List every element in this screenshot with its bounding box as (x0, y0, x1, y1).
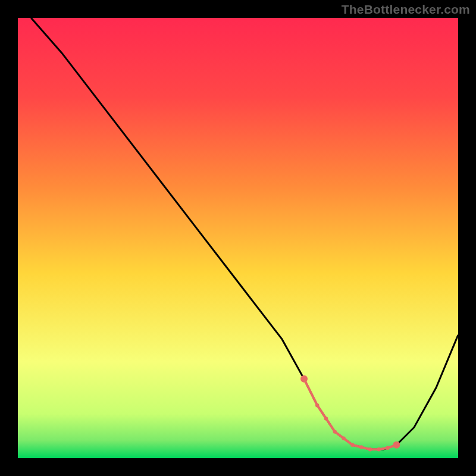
marker-dot (359, 445, 363, 449)
marker-dot (333, 430, 337, 433)
marker-dot (368, 447, 372, 451)
chart-svg (18, 18, 458, 458)
marker-dot (324, 416, 328, 420)
marker-dot (386, 446, 389, 450)
plot-area (18, 18, 458, 458)
gradient-background (18, 18, 458, 458)
marker-dot (342, 437, 345, 440)
marker-dot (377, 447, 381, 451)
marker-dot (300, 375, 308, 383)
marker-dot (350, 443, 354, 447)
chart-container: TheBottlenecker.com (0, 0, 476, 476)
marker-dot (393, 441, 400, 449)
attribution-text: TheBottlenecker.com (342, 2, 470, 17)
marker-dot (315, 403, 319, 407)
